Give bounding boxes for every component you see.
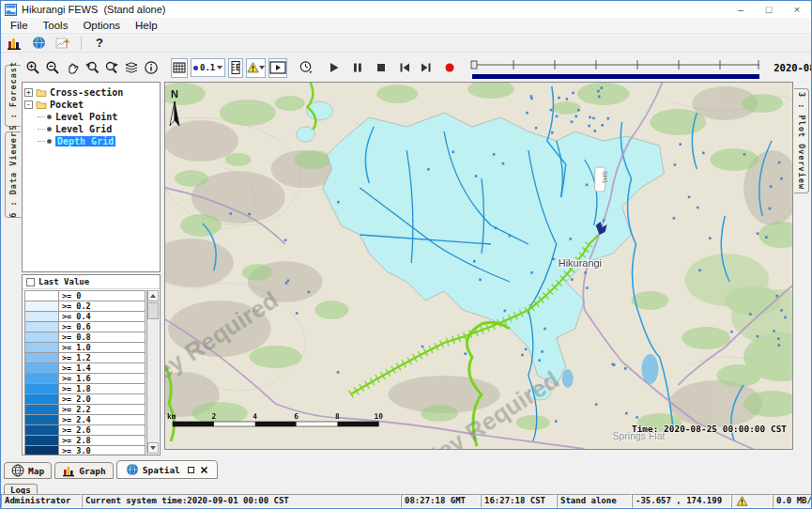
map-canvas[interactable]: SH1 API Key Required API Key Required Hi… bbox=[164, 82, 793, 450]
go-to-end-button[interactable] bbox=[419, 58, 434, 78]
zoom-in-button[interactable] bbox=[24, 58, 41, 78]
scroll-down-button[interactable] bbox=[147, 442, 159, 454]
status-warning[interactable] bbox=[731, 494, 773, 508]
window-title: Hikurangi FEWS (Stand alone) bbox=[22, 4, 165, 15]
legend-row-label: >= 2.2 bbox=[59, 405, 145, 414]
svg-text:SH1: SH1 bbox=[602, 171, 608, 184]
tree-node-level-point[interactable]: Level Point bbox=[38, 111, 158, 122]
menu-item[interactable]: Options bbox=[75, 19, 128, 32]
left-tab-strip: 5 : Forecast 6 : Data Viewer bbox=[1, 54, 21, 459]
tab-forecast[interactable]: 5 : Forecast bbox=[5, 65, 21, 127]
legend-row: >= 2.8 bbox=[25, 436, 145, 446]
pause-button[interactable] bbox=[350, 58, 365, 78]
layer-bullet-icon bbox=[47, 139, 52, 144]
close-button[interactable]: × bbox=[783, 1, 811, 18]
right-tab-strip: 3 : Plot Overview bbox=[794, 82, 811, 459]
thresholds-button[interactable] bbox=[246, 58, 266, 78]
legend-color-swatch bbox=[25, 446, 59, 455]
tree-node-label[interactable]: Level Grid bbox=[55, 124, 112, 134]
pan-button[interactable] bbox=[64, 58, 81, 78]
tree-guide-line bbox=[38, 141, 45, 142]
tab-graph[interactable]: Graph bbox=[54, 462, 114, 479]
layer-bullet-icon bbox=[47, 115, 52, 119]
legend-color-swatch bbox=[25, 353, 59, 362]
info-button[interactable] bbox=[143, 58, 160, 78]
menu-item[interactable]: File bbox=[3, 19, 36, 32]
status-local-time: 16:27:18 CST bbox=[481, 494, 557, 508]
tree-node-pocket[interactable]: - Pocket bbox=[24, 99, 158, 110]
animation-button[interactable] bbox=[268, 58, 287, 78]
scroll-up-button[interactable] bbox=[147, 290, 159, 301]
time-slider-track[interactable] bbox=[469, 58, 762, 70]
play-button[interactable] bbox=[327, 58, 342, 78]
menu-item[interactable]: Tools bbox=[36, 19, 76, 32]
main-area: 5 : Forecast 6 : Data Viewer bbox=[1, 54, 811, 459]
tree-node-label[interactable]: Level Point bbox=[55, 112, 117, 122]
help-button[interactable]: ? bbox=[90, 35, 109, 52]
legend-color-swatch bbox=[25, 301, 59, 311]
tab-map[interactable]: Map bbox=[4, 462, 52, 479]
animation-speed-button[interactable] bbox=[298, 58, 314, 78]
tree-node-label-selected[interactable]: Depth Grid bbox=[55, 136, 115, 147]
bar-chart-icon bbox=[7, 36, 22, 51]
legend-scrollbar[interactable] bbox=[146, 290, 159, 454]
time-slider-handle[interactable] bbox=[471, 61, 477, 69]
detach-tab-icon[interactable] bbox=[188, 467, 194, 473]
folder-icon bbox=[36, 100, 47, 109]
map-time-label: Time: 2020-08-25 00:00:00 CST bbox=[632, 424, 787, 434]
bottom-tab-bar: Map Graph Spatial bbox=[1, 459, 811, 479]
tree-node-cross-section[interactable]: + Cross-section bbox=[24, 86, 158, 98]
tree-node-depth-grid[interactable]: Depth Grid bbox=[38, 135, 158, 147]
legend-row-label: >= 2.4 bbox=[59, 415, 145, 424]
svg-text:6: 6 bbox=[294, 412, 299, 421]
zoom-in-icon bbox=[25, 60, 40, 75]
tree-node-label[interactable]: Pocket bbox=[50, 100, 84, 110]
close-tab-icon[interactable] bbox=[200, 466, 208, 474]
tab-data-viewer[interactable]: 6 : Data Viewer bbox=[5, 131, 21, 218]
legend-color-swatch bbox=[25, 343, 59, 352]
legend-row: >= 0.6 bbox=[25, 322, 145, 332]
tree-node-level-grid[interactable]: Level Grid bbox=[38, 123, 158, 134]
maximize-button[interactable]: □ bbox=[755, 1, 783, 18]
scrollbar-thumb[interactable] bbox=[147, 302, 159, 319]
last-value-checkbox[interactable] bbox=[26, 278, 35, 286]
legend-row-label: >= 0.4 bbox=[59, 312, 145, 321]
legend-row-label: >= 1.2 bbox=[59, 353, 145, 362]
legend-row: >= 1.2 bbox=[25, 353, 145, 363]
database-viewer-button[interactable] bbox=[5, 35, 23, 52]
record-button[interactable] bbox=[442, 58, 457, 78]
tab-plot-overview[interactable]: 3 : Plot Overview bbox=[794, 88, 809, 193]
stop-button[interactable] bbox=[374, 58, 389, 78]
tree-guide-line bbox=[38, 129, 45, 130]
status-system-time: Current system time:2020-09-01 00:00 CST bbox=[82, 494, 401, 508]
menu-item[interactable]: Help bbox=[128, 19, 165, 32]
map-toolbar: 0.1 E bbox=[21, 54, 811, 82]
collapse-icon[interactable]: - bbox=[24, 100, 33, 109]
grid-classbreak-select[interactable]: 0.1 bbox=[191, 58, 225, 77]
timeseries-dialog-button[interactable] bbox=[54, 35, 72, 52]
scale-ruler-button[interactable]: E bbox=[228, 58, 243, 78]
wire-globe-icon bbox=[11, 464, 24, 477]
legend-row: >= 2.0 bbox=[25, 394, 145, 405]
legend-panel: Last Value >= 0 bbox=[22, 274, 161, 455]
legend-row: >= 1.8 bbox=[25, 384, 145, 394]
spatial-display-button[interactable] bbox=[29, 35, 48, 52]
layers-button[interactable] bbox=[123, 58, 140, 78]
zoom-next-button[interactable] bbox=[103, 58, 120, 78]
skip-to-start-icon bbox=[398, 61, 411, 74]
svg-text:8: 8 bbox=[335, 412, 340, 421]
legend-color-swatch bbox=[25, 405, 59, 414]
tree-node-label[interactable]: Cross-section bbox=[50, 87, 123, 98]
legend-color-swatch bbox=[25, 363, 59, 373]
legend-color-swatch bbox=[25, 415, 59, 424]
zoom-next-icon bbox=[104, 60, 119, 75]
zoom-previous-button[interactable] bbox=[84, 58, 100, 78]
expand-icon[interactable]: + bbox=[24, 88, 33, 97]
show-grid-button[interactable] bbox=[171, 58, 188, 78]
time-slider[interactable] bbox=[469, 57, 765, 79]
zoom-out-button[interactable] bbox=[44, 58, 61, 78]
legend-row-label: >= 0.8 bbox=[59, 332, 145, 342]
minimize-button[interactable]: – bbox=[727, 1, 755, 18]
tab-spatial[interactable]: Spatial bbox=[116, 460, 218, 479]
go-to-start-button[interactable] bbox=[397, 58, 412, 78]
